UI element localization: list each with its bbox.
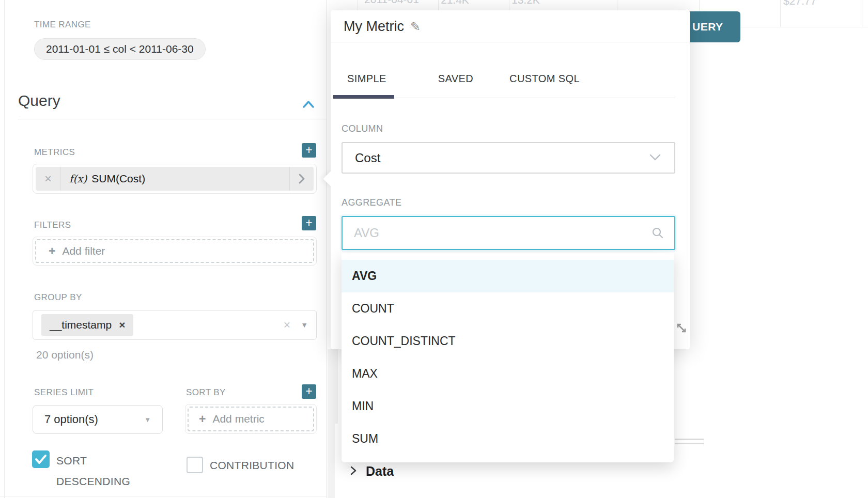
bg-table-cell-v3: $27.77 [783,0,816,7]
column-value: Cost [355,151,380,165]
chevron-right-icon[interactable] [290,173,314,184]
series-limit-select[interactable]: 7 option(s) ▼ [33,405,163,434]
plus-icon: + [199,412,206,426]
control-panel: TIME RANGE 2011-01-01 ≤ col < 2011-06-30… [0,0,327,498]
aggregate-label: AGGREGATE [342,197,401,208]
plus-icon: + [305,216,312,229]
search-icon [652,227,664,241]
group-by-tag-value: __timestamp [50,319,112,331]
metric-tabs: SIMPLE SAVED CUSTOM SQL [333,62,594,95]
aggregate-option-count-distinct[interactable]: COUNT_DISTINCT [342,325,674,357]
data-panel-header[interactable]: Data [349,464,394,479]
metric-pill[interactable]: × f(x) SUM(Cost) [36,167,314,191]
aggregate-input[interactable] [342,216,675,250]
run-query-label: UERY [692,21,723,33]
sort-by-label: SORT BY [186,387,226,398]
sort-descending-label: SORT DESCENDING [56,450,134,492]
bg-table-border [438,0,439,10]
resize-popover-icon[interactable] [675,321,688,337]
contribution-checkbox[interactable] [187,457,203,473]
contribution-label: CONTRIBUTION [210,457,294,474]
metrics-label: METRICS [34,147,75,158]
clear-select-icon[interactable]: × [284,318,290,332]
chevron-down-icon [648,152,662,164]
aggregate-option-min[interactable]: MIN [342,390,674,423]
add-sort-metric-placeholder: Add metric [212,413,264,425]
series-limit-value: 7 option(s) [44,413,98,426]
aggregate-option-sum[interactable]: SUM [342,423,674,455]
panel-left-rule [4,0,5,498]
bg-table-border [862,0,862,27]
group-by-options-hint: 20 option(s) [36,349,94,361]
bg-table-cell-v2: 13.2K [512,0,540,6]
metric-title: My Metric [344,19,404,35]
add-filter-dropzone[interactable]: + Add filter [35,239,314,263]
bg-table-cell-v1: 21.4K [441,0,469,6]
collapse-section-button[interactable] [301,98,316,111]
add-filter-plus-button[interactable]: + [302,216,316,230]
aggregate-option-max[interactable]: MAX [342,357,674,390]
check-icon [32,450,50,468]
bg-table-border [509,0,509,10]
popover-header: My Metric ✎ [344,19,421,35]
group-by-select[interactable]: __timestamp × × ▼ [33,310,317,340]
plus-icon: + [49,244,55,258]
contribution-control: CONTRIBUTION [187,457,294,474]
plus-icon: + [305,143,312,157]
bg-table-border [358,0,358,10]
tab-custom-sql[interactable]: CUSTOM SQL [495,73,594,85]
chevron-up-icon [301,98,316,111]
plus-icon: + [305,384,312,398]
group-by-label: GROUP BY [34,292,82,303]
filters-container: + Add filter [33,237,317,266]
divider [60,167,61,191]
section-divider [18,119,327,119]
query-section-title: Query [18,92,60,110]
group-by-tag: __timestamp × [41,314,133,336]
pane-drag-handle[interactable] [675,439,704,440]
aggregate-field [342,216,675,250]
add-filter-placeholder: Add filter [62,245,105,257]
bg-table-border [617,0,617,10]
data-panel-title: Data [366,464,394,479]
function-icon: f(x) [69,173,87,185]
add-sort-metric-plus-button[interactable]: + [302,384,316,399]
caret-down-icon[interactable]: ▼ [301,321,308,329]
explore-view: { "icons": { "pencil": "✎", "plus": "+",… [0,0,868,498]
pane-drag-handle[interactable] [675,443,704,444]
panel-bottom-rule [0,496,327,496]
aggregate-option-avg[interactable]: AVG [342,260,674,292]
time-range-value: 2011-01-01 ≤ col < 2011-06-30 [46,43,194,55]
edit-pencil-icon[interactable]: ✎ [410,20,421,34]
metric-name: SUM(Cost) [91,173,145,185]
aggregate-dropdown-menu: AVG COUNT COUNT_DISTINCT MAX MIN SUM [342,253,674,462]
tab-simple[interactable]: SIMPLE [333,73,400,85]
sort-descending-control: SORT DESCENDING [32,450,141,492]
sort-by-container: + Add metric [185,404,317,434]
caret-down-icon: ▼ [144,416,151,424]
aggregate-option-count[interactable]: COUNT [342,292,674,325]
remove-tag-icon[interactable]: × [119,319,125,331]
add-metric-plus-button[interactable]: + [302,143,316,158]
active-tab-indicator [333,95,394,99]
metrics-container: × f(x) SUM(Cost) [33,164,317,194]
popover-header-divider [331,42,690,42]
series-limit-label: SERIES LIMIT [34,387,94,398]
time-range-label: TIME RANGE [34,20,91,30]
add-sort-metric-dropzone[interactable]: + Add metric [188,407,314,431]
bg-table-border [780,0,781,27]
column-label: COLUMN [342,123,383,134]
chevron-right-icon [349,465,358,478]
column-select[interactable]: Cost [342,142,675,174]
filters-label: FILTERS [34,220,71,230]
time-range-pill[interactable]: 2011-01-01 ≤ col < 2011-06-30 [34,38,206,60]
tab-saved[interactable]: SAVED [424,73,487,85]
sort-descending-checkbox[interactable] [32,450,50,468]
remove-metric-icon[interactable]: × [36,172,60,186]
